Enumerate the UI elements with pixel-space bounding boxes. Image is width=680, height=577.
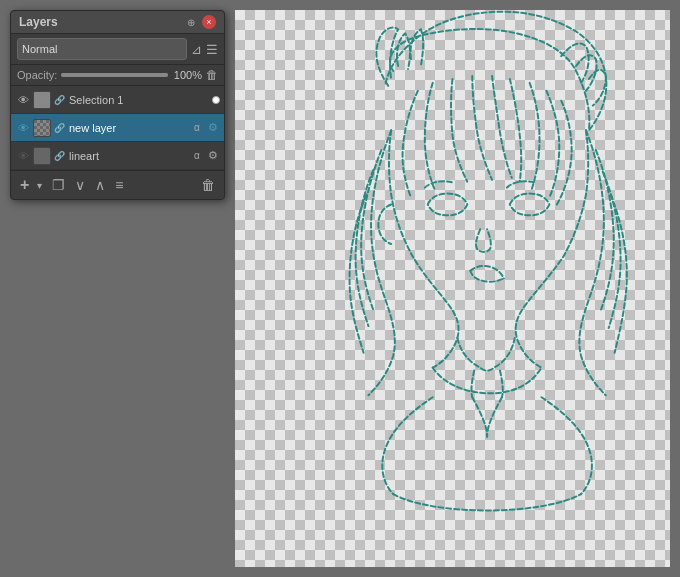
layer-options-icon[interactable]: ☰ xyxy=(206,42,218,57)
layer-visibility-eye-lineart[interactable]: 👁 xyxy=(15,148,31,164)
move-layer-down-button[interactable]: ∨ xyxy=(72,176,88,194)
layer-row-selection1[interactable]: 👁 🔗 Selection 1 xyxy=(11,86,224,114)
panel-close-button[interactable]: × xyxy=(202,15,216,29)
panel-header-icons: ⊕ × xyxy=(184,15,216,29)
mode-row: Normal Multiply Screen Overlay ⊿ ☰ xyxy=(11,34,224,65)
move-layer-up-button[interactable]: ∧ xyxy=(92,176,108,194)
layer-thumbnail-selection1 xyxy=(33,91,51,109)
layer-name-selection1: Selection 1 xyxy=(67,94,210,106)
layers-list: 👁 🔗 Selection 1 👁 🔗 new layer α ⚙ 👁 🔗 li… xyxy=(11,86,224,170)
layer-right-icons-lineart: α ⚙ xyxy=(190,149,220,162)
add-layer-chevron[interactable]: ▾ xyxy=(34,179,45,192)
duplicate-layer-button[interactable]: ❐ xyxy=(49,176,68,194)
drawing-canvas[interactable]: .line-art { stroke: #2a2a2a; stroke-widt… xyxy=(235,10,670,567)
opacity-slider-fill xyxy=(61,73,168,77)
opacity-label: Opacity: xyxy=(17,69,57,81)
opacity-row: Opacity: 100% 🗑 xyxy=(11,65,224,86)
canvas-area: .line-art { stroke: #2a2a2a; stroke-widt… xyxy=(235,10,670,567)
blend-mode-select[interactable]: Normal Multiply Screen Overlay xyxy=(17,38,187,60)
panel-title: Layers xyxy=(19,15,58,29)
layers-panel: Layers ⊕ × Normal Multiply Screen Overla… xyxy=(10,10,225,200)
canvas-background: .line-art { stroke: #2a2a2a; stroke-widt… xyxy=(235,10,670,567)
add-layer-group: + ▾ xyxy=(17,175,45,195)
layer-thumbnail-new-layer xyxy=(33,119,51,137)
layer-row-lineart[interactable]: 👁 🔗 lineart α ⚙ xyxy=(11,142,224,170)
delete-layer-button[interactable]: 🗑 xyxy=(198,176,218,194)
layer-thumbnail-lineart xyxy=(33,147,51,165)
panel-bottom-toolbar: + ▾ ❐ ∨ ∧ ≡ 🗑 xyxy=(11,170,224,199)
panel-settings-icon[interactable]: ⊕ xyxy=(184,15,198,29)
layer-right-icons-new-layer: α ⚙ xyxy=(190,121,220,134)
filter-icon[interactable]: ⊿ xyxy=(191,42,202,57)
layer-chain-new-layer: 🔗 xyxy=(53,122,65,134)
add-layer-button[interactable]: + xyxy=(17,175,32,195)
layer-gear-icon[interactable]: ⚙ xyxy=(206,121,220,134)
layer-visibility-eye-selection1[interactable]: 👁 xyxy=(15,92,31,108)
opacity-trash-icon[interactable]: 🗑 xyxy=(206,68,218,82)
layer-chain-lineart: 🔗 xyxy=(53,150,65,162)
layer-visibility-eye-new-layer[interactable]: 👁 xyxy=(15,120,31,136)
layer-name-new-layer: new layer xyxy=(67,122,188,134)
layer-name-lineart: lineart xyxy=(67,150,188,162)
panel-header: Layers ⊕ × xyxy=(11,11,224,34)
opacity-value: 100% xyxy=(172,69,202,81)
layer-gear-icon-lineart[interactable]: ⚙ xyxy=(206,149,220,162)
layer-alpha-icon-lineart[interactable]: α xyxy=(190,150,204,161)
layer-alpha-icon[interactable]: α xyxy=(190,122,204,133)
layer-chain-selection1: 🔗 xyxy=(53,94,65,106)
flatten-layers-button[interactable]: ≡ xyxy=(112,176,126,194)
layer-row-new-layer[interactable]: 👁 🔗 new layer α ⚙ xyxy=(11,114,224,142)
opacity-slider[interactable] xyxy=(61,73,168,77)
layer-dot-selection1 xyxy=(212,96,220,104)
